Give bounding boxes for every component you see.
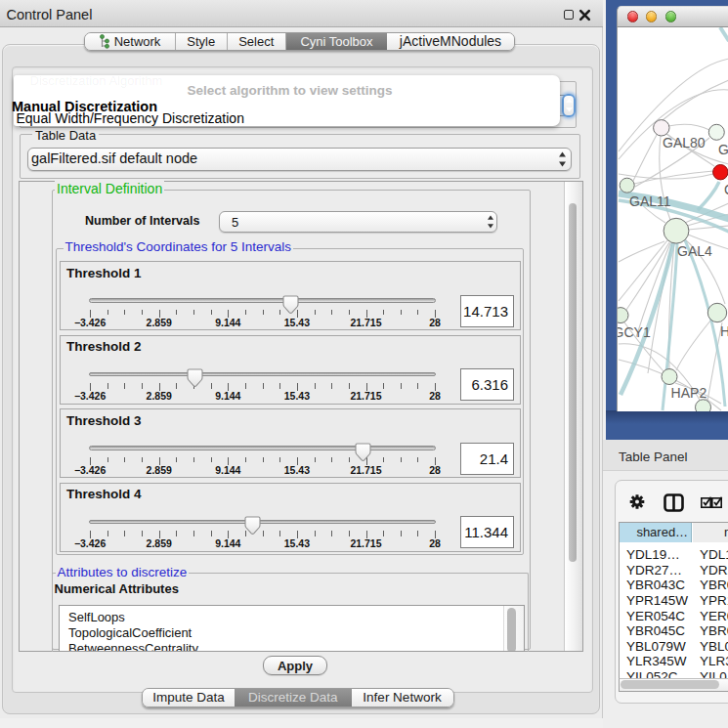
svg-text:H: H (720, 323, 728, 339)
svg-text:GAL4: GAL4 (677, 243, 712, 259)
svg-text:GAL: GAL (718, 142, 728, 157)
svg-text:GAL11: GAL11 (629, 193, 671, 209)
svg-text:HAP2: HAP2 (671, 385, 707, 401)
svg-text:C: C (724, 182, 728, 197)
svg-text:GAL80: GAL80 (663, 135, 706, 150)
svg-text:GCY1: GCY1 (618, 324, 651, 340)
